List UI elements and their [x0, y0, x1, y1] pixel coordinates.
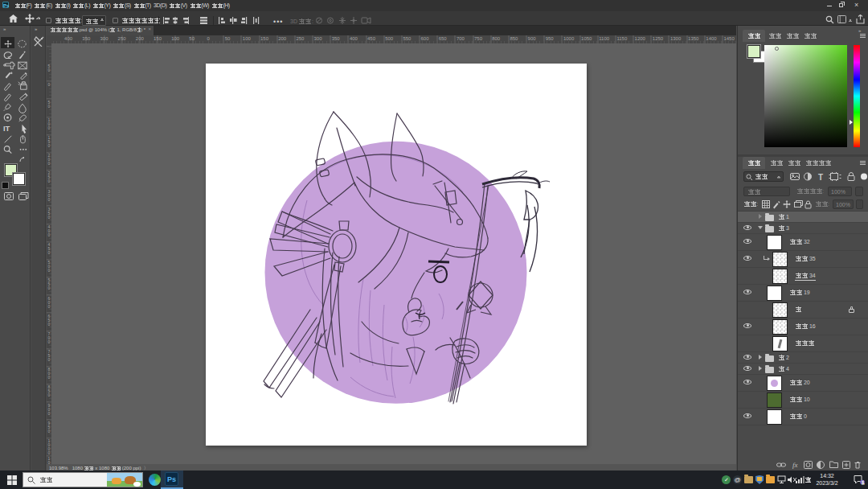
svg-text:IT: IT	[3, 124, 10, 133]
svg-text:fx: fx	[792, 461, 798, 469]
